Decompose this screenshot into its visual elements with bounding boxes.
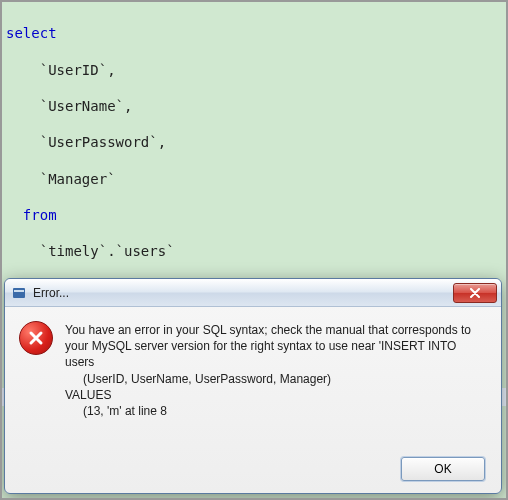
code-line: `UserName`, [2, 97, 506, 115]
code-line: `Manager` [2, 170, 506, 188]
dialog-titlebar[interactable]: Error... [5, 279, 501, 307]
error-text-line: (13, 'm' at line 8 [65, 403, 487, 419]
close-button[interactable] [453, 283, 497, 303]
error-message: You have an error in your SQL syntax; ch… [65, 321, 487, 419]
error-dialog: Error... You have an error in your SQL s… [4, 278, 502, 494]
svg-rect-0 [13, 288, 25, 298]
code-line: `timely`.`users` [2, 242, 506, 260]
keyword-select: select [6, 25, 57, 41]
error-text-line: You have an error in your SQL syntax; ch… [65, 323, 471, 369]
code-line: `UserID`, [2, 61, 506, 79]
keyword-from: from [2, 206, 506, 224]
svg-rect-1 [14, 290, 24, 292]
dialog-body: You have an error in your SQL syntax; ch… [5, 307, 501, 427]
app-icon [11, 285, 27, 301]
ok-button[interactable]: OK [401, 457, 485, 481]
error-text-line: VALUES [65, 388, 111, 402]
error-text-line: (UserID, UserName, UserPassword, Manager… [65, 371, 487, 387]
code-line: `UserPassword`, [2, 133, 506, 151]
dialog-title: Error... [33, 286, 453, 300]
dialog-button-row: OK [401, 457, 485, 481]
close-icon [469, 288, 481, 298]
error-icon [19, 321, 53, 355]
code-line: select [2, 24, 506, 42]
